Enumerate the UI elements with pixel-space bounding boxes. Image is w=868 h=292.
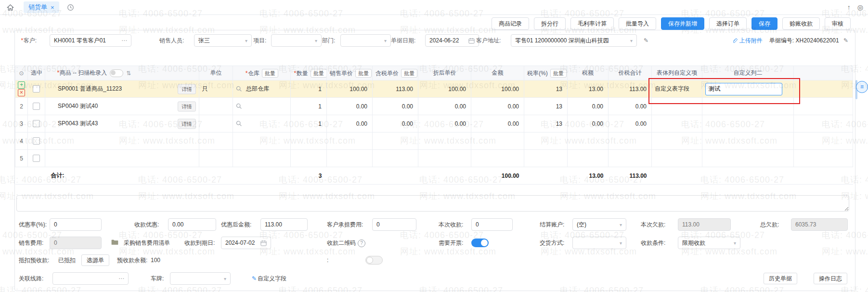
folder-icon[interactable] <box>111 239 118 245</box>
row-checkbox[interactable] <box>33 155 40 162</box>
due-date-input[interactable] <box>225 239 260 246</box>
tab-close-icon[interactable]: × <box>51 4 54 11</box>
history-clock-icon[interactable] <box>67 4 74 11</box>
customer-field[interactable]: ⋯ <box>50 34 131 47</box>
batch-tax-price-button[interactable]: 批量 <box>401 69 417 78</box>
settle-account-input[interactable] <box>577 221 618 228</box>
salesperson-input[interactable] <box>198 37 243 44</box>
gross-margin-button[interactable]: 毛利率计算 <box>570 17 614 30</box>
product-record-button[interactable]: 商品记录 <box>492 17 529 30</box>
header-total: 价税合计 <box>609 66 652 80</box>
detail-button[interactable]: 详情 <box>178 101 196 111</box>
header-qty: *数量 <box>294 70 308 77</box>
search-icon[interactable] <box>236 86 242 92</box>
scroll-top-icon[interactable]: ↑ <box>847 3 851 11</box>
operation-log-button[interactable]: 操作日志 <box>814 273 847 284</box>
tab-bar: 销货单 × ↑ ◎ <box>0 0 868 15</box>
sort-icon[interactable]: ⇅ <box>126 70 131 77</box>
payment-discount-input[interactable] <box>172 221 212 228</box>
current-payment-input[interactable] <box>476 221 508 228</box>
row-checkbox[interactable] <box>33 85 40 93</box>
fee-list-link[interactable]: 采购销售费用清单 <box>124 237 170 249</box>
cell-total: 0.00 <box>609 98 652 115</box>
after-discount-field[interactable] <box>260 218 308 231</box>
plate-input[interactable] <box>174 275 222 282</box>
remark-textarea[interactable] <box>16 195 849 212</box>
unnamed-toggle[interactable] <box>365 256 383 265</box>
calendar-icon[interactable] <box>468 38 475 44</box>
credit-payment-button[interactable]: 赊账收款 <box>782 17 820 30</box>
need-invoice-toggle[interactable] <box>471 239 489 247</box>
help-icon[interactable]: ? <box>358 239 365 247</box>
row-checkbox[interactable] <box>33 137 40 145</box>
detail-button[interactable]: 详情 <box>178 84 196 94</box>
address-edit-icon[interactable]: ✎ <box>644 34 648 47</box>
discount-rate-field[interactable] <box>50 218 102 231</box>
payment-terms-select[interactable]: ▾ <box>678 237 740 249</box>
split-row-button[interactable]: 拆分行 <box>534 17 566 30</box>
salesperson-select[interactable]: ▾ <box>194 34 252 47</box>
discount-rate-input[interactable] <box>54 221 97 228</box>
customer-address-select[interactable]: ▾ <box>511 34 637 47</box>
row-checkbox[interactable] <box>33 120 40 127</box>
delivery-method-input[interactable] <box>577 239 618 246</box>
project-select[interactable]: ▾ <box>271 34 322 47</box>
cell-qty: 1 <box>291 98 327 115</box>
tab-sales-order[interactable]: 销货单 × <box>24 1 59 13</box>
batch-warehouse-button[interactable]: 批量 <box>262 69 278 78</box>
batch-import-button[interactable]: 批量导入 <box>619 17 656 30</box>
search-icon[interactable] <box>236 120 242 127</box>
delivery-method-select[interactable]: ▾ <box>572 237 626 249</box>
column-settings-icon[interactable]: ⊙ <box>19 70 24 77</box>
save-button[interactable]: 保存 <box>751 17 777 30</box>
floating-helper-icon[interactable]: ≡ <box>856 81 868 93</box>
payment-discount-field[interactable] <box>168 218 216 231</box>
calendar-icon[interactable] <box>260 240 267 246</box>
due-date-field[interactable] <box>221 237 271 249</box>
search-icon[interactable] <box>236 103 242 109</box>
payment-terms-input[interactable] <box>682 239 732 246</box>
doc-date-input[interactable] <box>429 37 468 44</box>
cell-tax: 13.00 <box>568 80 609 98</box>
customer-fee-input[interactable] <box>376 221 412 228</box>
prepay-balance-label: 预收款余额: <box>117 254 147 266</box>
custom-fields-link[interactable]: ✎自定义字段 <box>252 272 286 285</box>
select-order-button[interactable]: 选择订单 <box>709 17 747 30</box>
custom2-cell-input[interactable] <box>705 83 782 95</box>
cell-qty: 1 <box>291 115 327 133</box>
add-row-button[interactable]: + <box>18 81 25 89</box>
doc-date-field[interactable] <box>425 34 479 47</box>
customer-input[interactable] <box>54 37 121 44</box>
save-and-new-button[interactable]: 保存并新增 <box>661 17 704 30</box>
batch-tax-rate-button[interactable]: 批量 <box>550 69 567 78</box>
target-icon[interactable]: ◎ <box>857 3 863 11</box>
department-select[interactable]: ▾ <box>340 34 391 47</box>
customer-fee-field[interactable] <box>372 218 416 231</box>
select-source-button[interactable]: 选源单 <box>81 254 109 266</box>
delete-row-button[interactable]: × <box>18 89 25 96</box>
customer-address-input[interactable] <box>515 37 628 44</box>
cell-product: SP0043 测试43 <box>58 120 98 127</box>
route-picker-icon[interactable]: ⋯ <box>118 275 124 282</box>
doc-no-edit-icon[interactable]: ✎ <box>843 37 848 44</box>
batch-price-button[interactable]: 批量 <box>355 69 372 78</box>
route-field[interactable]: ⋯ <box>52 272 129 285</box>
home-icon[interactable] <box>7 4 14 11</box>
route-input[interactable] <box>57 275 118 282</box>
detail-button[interactable]: 详情 <box>178 119 196 129</box>
upload-attachment-link[interactable]: 上传附件 <box>732 37 762 45</box>
row-checkbox[interactable] <box>33 103 40 110</box>
customer-picker-icon[interactable]: ⋯ <box>121 37 127 44</box>
audit-button[interactable]: 审核 <box>825 17 851 30</box>
project-input[interactable] <box>275 37 313 44</box>
settle-account-select[interactable]: ▾ <box>572 218 626 231</box>
plate-select[interactable]: ▾ <box>170 272 231 285</box>
department-input[interactable] <box>345 37 382 44</box>
history-docs-button[interactable]: 历史单据 <box>764 273 797 284</box>
after-discount-input[interactable] <box>265 221 303 228</box>
current-payment-field[interactable] <box>471 218 513 231</box>
scan-mode-toggle[interactable] <box>110 69 123 77</box>
current-debt-label: 本次欠款: <box>641 218 665 231</box>
customer-label: *客户: <box>21 34 37 47</box>
batch-qty-button[interactable]: 批量 <box>311 69 327 78</box>
